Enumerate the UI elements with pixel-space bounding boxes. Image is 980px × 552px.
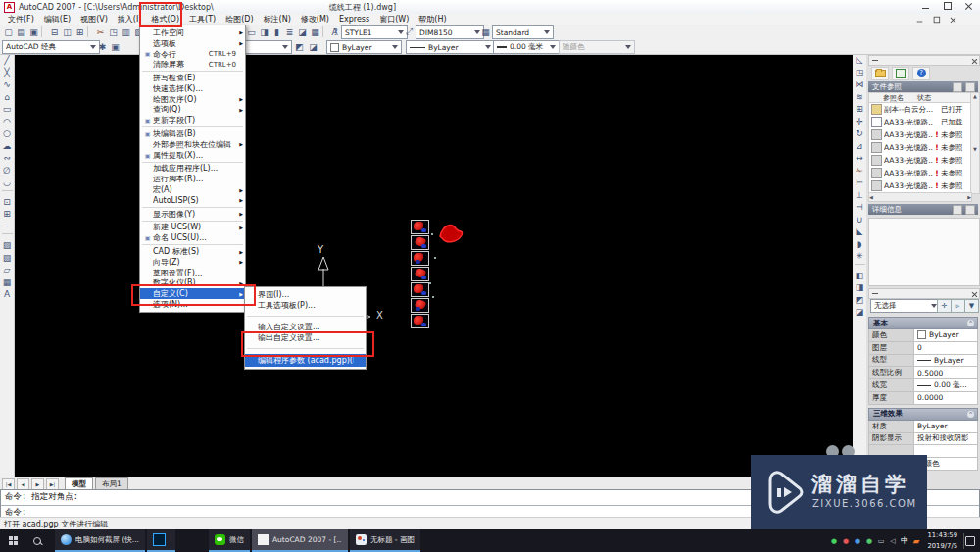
sep-icon[interactable] [87,26,93,37]
line-icon[interactable]: ╱ [2,54,13,67]
array-icon[interactable]: ⊞ [855,103,865,116]
contact-icon[interactable]: ● [840,535,851,547]
doc-close-button[interactable] [949,16,957,24]
save-icon[interactable]: ▣ [27,26,40,37]
taskbar-task[interactable]: 无标题 - 画图 [350,529,420,552]
gradient-icon[interactable]: ▧ [2,252,13,265]
xref-row[interactable]: AA33-光缆路... 未参照 [869,154,971,167]
list-view-button[interactable] [953,82,962,92]
move-icon[interactable]: ✛ [855,116,865,128]
menu-item[interactable]: 加载应用程序(L)... [140,164,245,175]
xref-horizontal-scrollbar[interactable]: ◀▶ [868,192,972,202]
linetype-combo[interactable]: ByLayer [406,40,495,54]
submenu-item[interactable] [245,311,366,322]
palette-close-icon[interactable] [971,291,977,297]
menu-bar-item[interactable]: 工具(T) [187,14,218,25]
property-value[interactable]: 0.0000 [914,392,978,405]
hatch-icon[interactable]: ▨ [2,239,13,252]
scale-icon[interactable]: ⊿ [855,140,865,153]
property-row[interactable]: 线型 ByLayer ^ [868,355,978,368]
attach-xref-button[interactable] [871,67,889,80]
extend-icon[interactable]: ⊢ [855,176,865,189]
menu-bar-item[interactable]: 编辑(E) [42,14,73,25]
sep-icon[interactable] [2,190,13,195]
menu-item[interactable]: 选项板 [140,38,245,49]
copy-object-icon[interactable]: ◳ [855,67,865,79]
property-value[interactable]: 0.00 毫... [914,379,978,392]
plot-style-combo[interactable]: 随颜色 [559,40,635,54]
menu-bar-item[interactable]: 帮助(H) [416,14,448,25]
polyline-icon[interactable]: ∿ [2,78,13,91]
minimize-button[interactable] [920,1,931,11]
arc-icon[interactable]: ◠ [2,116,13,128]
property-value[interactable]: 0 [914,342,978,355]
palette-minimize-icon[interactable] [872,60,878,61]
sep-icon[interactable] [2,233,13,238]
property-row[interactable]: 材质 ByLayer ^ [868,421,978,433]
toggle-pickadd-button[interactable]: ✛ [937,299,952,313]
open-icon[interactable]: ▤ [15,26,27,37]
chevron-icon[interactable]: ^ [967,320,974,326]
region-icon[interactable]: ▱ [2,264,13,276]
ellipse-arc-icon[interactable]: ◡ [2,176,13,189]
mirror-icon[interactable]: ⋈ [855,78,865,91]
designcenter-icon[interactable]: ◨ [258,26,270,37]
property-row[interactable]: 厚度 0.0000 ^ [868,392,978,405]
volume-icon[interactable]: ◁ [887,535,898,547]
display-icon[interactable]: ▭ [875,535,886,547]
ellipse-icon[interactable]: ∅ [2,165,13,177]
property-value[interactable]: 0.5000 [914,367,978,379]
spline-icon[interactable]: ∾ [2,152,13,165]
details-view-button[interactable] [953,205,962,215]
stock-app-icon[interactable]: ▰ [910,535,921,547]
polygon-icon[interactable]: ⌂ [2,91,13,104]
make-block-icon[interactable]: ⊞ [2,208,13,221]
doc-minimize-button[interactable] [915,16,924,24]
offset-icon[interactable]: ≋ [855,91,865,104]
xref-row[interactable]: 副本--白云分... 已打开 [869,103,971,116]
menu-item[interactable]: 块编辑器(B) [140,128,245,139]
doc-restore-button[interactable] [932,16,941,24]
new-icon[interactable]: ▢ [2,26,15,37]
help-button[interactable]: ? [912,67,930,80]
property-row[interactable]: 线型比例 0.5000 ^ [868,367,978,379]
palette-minimize-icon[interactable] [872,293,878,294]
property-value[interactable]: ByLayer [914,421,978,433]
chevron-icon[interactable]: ^ [967,411,974,418]
menu-bar-item[interactable]: 标注(N) [262,14,293,25]
menu-item[interactable]: 命令行 CTRL+9 [140,49,245,60]
tab-first-icon[interactable]: |◀ [2,478,15,490]
property-row[interactable]: 颜色 ByLayer ^ [868,329,978,342]
menu-item[interactable]: 新建 UCS(W) [140,223,245,233]
menu-item[interactable]: 草图设置(F)... [140,268,245,278]
rotate-icon[interactable]: ↻ [855,127,865,140]
plot-preview-icon[interactable]: ◫ [61,26,74,37]
property-row[interactable]: 基本 ^ [868,317,978,329]
revision-cloud-icon[interactable]: ☁ [2,140,13,153]
menu-item[interactable]: 宏(A) [140,184,245,195]
mtext-icon[interactable]: A [2,288,13,301]
tab-next-icon[interactable]: ▶ [31,478,44,490]
circle-icon[interactable]: ○ [2,127,13,140]
property-row[interactable]: 阴影显示 投射和接收阴影 ^ [868,433,978,446]
ime-chinese-icon[interactable]: 中 [899,535,909,547]
green-app-icon[interactable]: ● [828,535,839,547]
menu-item[interactable]: 查询(Q) [140,105,245,116]
taskbar-clock[interactable]: 11:43:59 2019/7/5 [927,530,957,550]
copy-icon[interactable]: ◳ [107,26,120,37]
make-layer-current-icon[interactable]: ◩ [294,41,305,52]
table-icon[interactable]: ▦ [2,276,13,289]
menu-bar-item[interactable]: 窗口(W) [377,14,411,25]
sheet-set-manager-icon[interactable]: ≣ [283,26,296,37]
property-value[interactable]: ByLayer [914,329,978,342]
explode-icon[interactable]: ✳ [855,250,865,263]
workspace-combo[interactable]: AutoCAD 经典 [2,40,100,54]
start-button[interactable] [0,529,25,552]
xref-vertical-scrollbar[interactable]: ▲▼ [970,92,980,194]
sep-icon[interactable] [41,26,47,37]
layer-previous-icon[interactable]: ◪ [308,41,318,52]
menu-item[interactable]: 属性提取(X)... [140,150,245,161]
close-button[interactable] [963,1,974,11]
break-at-point-icon[interactable]: ⊥ [855,189,865,202]
text-style-combo[interactable]: STYLE1 [341,25,408,39]
